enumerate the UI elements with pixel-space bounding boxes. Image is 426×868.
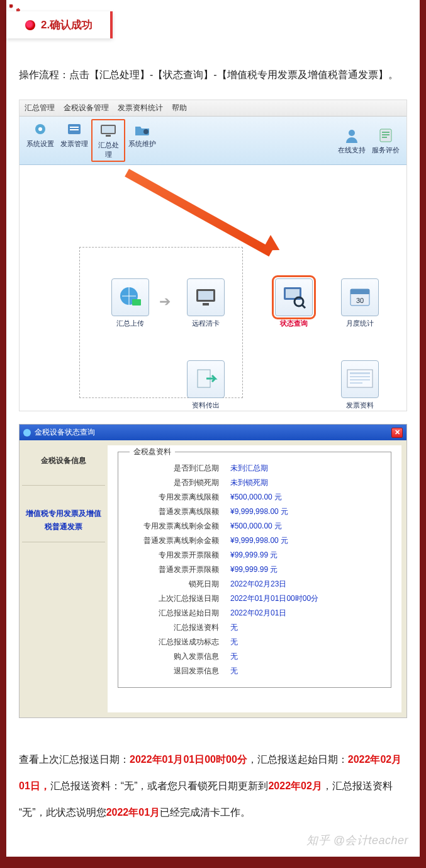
status-value: ¥9,999,998.00 元 xyxy=(219,535,288,546)
gear-icon xyxy=(29,120,52,138)
remote-clear-tile[interactable]: 远程清卡 xyxy=(183,278,228,328)
service-rating-button[interactable]: 服务评价 xyxy=(369,125,403,156)
status-value: ¥99,999.99 元 xyxy=(219,564,277,575)
section-title: 2.确认成功 xyxy=(41,19,92,31)
status-row: 汇总报送资料无 xyxy=(125,620,379,635)
svg-rect-15 xyxy=(132,299,141,306)
status-row: 锁死日期2022年02月23日 xyxy=(125,577,379,591)
calendar-icon: 30 xyxy=(341,278,379,316)
article-page: 2.确认成功 操作流程：点击【汇总处理】-【状态查询】-【增值税专用发票及增值税… xyxy=(6,0,420,857)
status-row: 普通发票离线限额¥9,999,998.00 元 xyxy=(125,505,379,519)
svg-rect-31 xyxy=(350,382,362,384)
bullet-icon xyxy=(25,20,35,30)
doc-export-icon xyxy=(187,360,225,398)
svg-rect-13 xyxy=(382,137,387,138)
arrow-pointer xyxy=(125,169,273,256)
status-label: 锁死日期 xyxy=(125,579,219,590)
status-value: ¥500,000.00 元 xyxy=(219,492,282,503)
svg-line-22 xyxy=(302,305,305,308)
status-label: 购入发票信息 xyxy=(125,651,219,662)
dialog-title: 金税设备状态查询 xyxy=(35,427,95,438)
svg-rect-28 xyxy=(350,372,370,374)
app-icon xyxy=(23,429,31,437)
svg-rect-29 xyxy=(350,376,370,377)
final-paragraph: 查看上次汇总报送日期：2022年01月01日00时00分，汇总报送起始日期：20… xyxy=(6,731,420,831)
status-value: ¥500,000.00 元 xyxy=(219,521,282,532)
status-row: 普通发票开票限额¥99,999.99 元 xyxy=(125,562,379,577)
flow-arrow-icon: ➔ xyxy=(159,294,171,310)
status-row: 普通发票离线剩余金额¥9,999,998.00 元 xyxy=(125,534,379,548)
summary-process-button[interactable]: 汇总处理 xyxy=(91,119,125,162)
svg-rect-12 xyxy=(382,134,390,135)
side-selected-item[interactable]: 增值税专用发票及增值税普通发票 xyxy=(22,498,105,542)
status-label: 普通发票开票限额 xyxy=(125,564,219,575)
status-value: 未到汇总期 xyxy=(219,463,268,474)
app-screenshot-1: 汇总管理 金税设备管理 发票资料统计 帮助 系统设置 发票管理 xyxy=(19,100,407,411)
ribbon-left: 系统设置 发票管理 汇总处理 xyxy=(23,119,159,162)
status-row: 是否到汇总期未到汇总期 xyxy=(125,461,379,476)
status-value: ¥9,999,998.00 元 xyxy=(219,506,288,517)
status-label: 专用发票离线剩余金额 xyxy=(125,521,219,532)
svg-rect-6 xyxy=(102,126,115,133)
menu-item[interactable]: 汇总管理 xyxy=(25,103,55,113)
flow-canvas: 汇总上传 ➔ 远程清卡 状态查询 30 月度统计 xyxy=(20,165,406,411)
close-button[interactable]: ✕ xyxy=(391,428,403,438)
status-row: 汇总报送成功标志无 xyxy=(125,635,379,649)
status-label: 退回发票信息 xyxy=(125,666,219,677)
menu-item[interactable]: 发票资料统计 xyxy=(118,103,163,113)
highlight-date: 2022年01月 xyxy=(106,807,160,818)
upload-tile[interactable]: 汇总上传 xyxy=(108,278,153,328)
status-row: 专用发票开票限额¥99,999.99 元 xyxy=(125,548,379,562)
side-header: 金税设备信息 xyxy=(22,448,105,486)
status-row: 专用发票离线剩余金额¥500,000.00 元 xyxy=(125,519,379,534)
monitor-icon xyxy=(97,122,120,139)
dialog-titlebar: 金税设备状态查询 ✕ xyxy=(20,425,406,440)
section-tag: 2.确认成功 xyxy=(6,11,113,38)
status-label: 专用发票开票限额 xyxy=(125,550,219,561)
invoice-icon xyxy=(63,120,86,138)
status-row: 购入发票信息无 xyxy=(125,649,379,664)
invoice-manage-button[interactable]: 发票管理 xyxy=(57,119,91,162)
status-value: 未到锁死期 xyxy=(219,477,268,488)
menu-item[interactable]: 帮助 xyxy=(172,103,187,113)
dialog-body: 金税设备信息 增值税专用发票及增值税普通发票 金税盘资料 是否到汇总期未到汇总期… xyxy=(20,440,406,717)
monthly-stats-tile[interactable]: 30 月度统计 xyxy=(337,278,383,328)
person-icon xyxy=(340,127,363,144)
svg-point-9 xyxy=(349,130,355,136)
status-query-tile[interactable]: 状态查询 xyxy=(271,278,317,328)
monitor-remote-icon xyxy=(187,278,225,316)
invoice-data-tile[interactable]: 发票资料 xyxy=(337,360,383,410)
svg-rect-24 xyxy=(350,289,369,294)
status-row: 汇总报送起始日期2022年02月01日 xyxy=(125,606,379,620)
toolbar-ribbon: 系统设置 发票管理 汇总处理 xyxy=(20,117,406,165)
status-value: ¥99,999.99 元 xyxy=(219,550,277,561)
status-value: 无 xyxy=(219,622,238,633)
highlight-date: 2022年02月 xyxy=(268,780,322,791)
highlight-date: 2022年01月01日00时00分 xyxy=(130,754,247,765)
watermark: 知乎 @会计teacher xyxy=(306,833,408,848)
ribbon-right: 在线支持 服务评价 xyxy=(335,125,403,156)
menu-item[interactable]: 金税设备管理 xyxy=(64,103,109,113)
close-icon: ✕ xyxy=(395,428,400,437)
monitor-search-icon xyxy=(275,278,313,316)
folder-gear-icon xyxy=(131,120,154,138)
status-label: 上次汇总报送日期 xyxy=(125,593,219,604)
system-settings-button[interactable]: 系统设置 xyxy=(23,119,57,162)
device-fieldset: 金税盘资料 是否到汇总期未到汇总期是否到锁死期未到锁死期专用发票离线限额¥500… xyxy=(118,452,391,688)
online-support-button[interactable]: 在线支持 xyxy=(335,125,369,156)
invoice-doc-icon xyxy=(341,360,379,398)
status-label: 汇总报送资料 xyxy=(125,622,219,633)
svg-rect-17 xyxy=(198,291,213,300)
status-value: 2022年01月01日00时00分 xyxy=(219,593,318,604)
svg-rect-18 xyxy=(203,303,209,306)
system-maintain-button[interactable]: 系统维护 xyxy=(125,119,159,162)
status-label: 普通发票离线剩余金额 xyxy=(125,535,219,546)
status-label: 汇总报送成功标志 xyxy=(125,637,219,648)
status-row: 上次汇总报送日期2022年01月01日00时00分 xyxy=(125,591,379,606)
clipboard-icon xyxy=(374,127,397,144)
svg-rect-4 xyxy=(70,129,79,130)
status-value: 无 xyxy=(219,666,238,677)
svg-text:30: 30 xyxy=(356,297,364,304)
export-tile[interactable]: 资料传出 xyxy=(183,360,228,410)
svg-point-8 xyxy=(143,129,149,134)
